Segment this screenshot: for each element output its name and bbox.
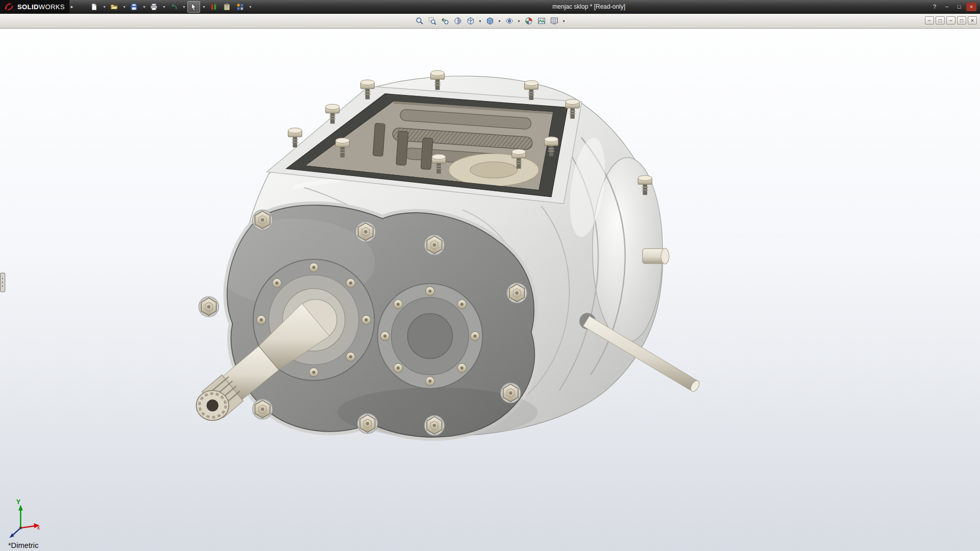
- hide-show-items-button[interactable]: [503, 15, 516, 27]
- display-style-button[interactable]: [484, 15, 496, 27]
- help-button[interactable]: ?: [929, 3, 940, 11]
- orientation-triad: Y x: [9, 498, 40, 538]
- selection-filter-button[interactable]: [207, 1, 220, 13]
- save-dropdown[interactable]: ▾: [141, 1, 147, 13]
- gearbox-model[interactable]: [196, 70, 701, 437]
- close-button[interactable]: ×: [966, 3, 976, 11]
- minimize-button[interactable]: −: [942, 3, 952, 11]
- doc-close-button[interactable]: ×: [968, 16, 977, 24]
- new-document-button[interactable]: [88, 1, 101, 13]
- frame-minimize-button[interactable]: −: [925, 16, 934, 24]
- print-button[interactable]: [148, 1, 160, 13]
- doc-minimize-button[interactable]: −: [946, 16, 955, 24]
- view-orientation-button[interactable]: [464, 15, 477, 27]
- brand-light: WORKS: [39, 3, 65, 11]
- open-dropdown[interactable]: ▾: [121, 1, 127, 13]
- options-button[interactable]: [234, 1, 247, 13]
- options-dropdown[interactable]: ▾: [247, 1, 253, 13]
- apply-scene-button[interactable]: [535, 15, 548, 27]
- undo-button[interactable]: [167, 1, 180, 13]
- menu-flyout-arrow[interactable]: ▸: [71, 4, 74, 9]
- view-toolbar-group: ▾▾▾▾: [413, 15, 567, 27]
- view-settings-button[interactable]: [548, 15, 560, 27]
- view-orientation-label: *Dimetric: [8, 541, 39, 549]
- graphics-area[interactable]: Y x *Dimetric: [0, 0, 980, 551]
- view-toolbar: ▾▾▾▾ −□−□×: [0, 14, 980, 29]
- document-title: menjac sklop * [Read-only]: [253, 3, 924, 10]
- axis-x-label: x: [37, 524, 40, 531]
- zoom-to-fit-button[interactable]: [413, 15, 426, 27]
- solidworks-logo: SOLIDWORKS: [0, 0, 69, 13]
- axis-y-label: Y: [16, 498, 20, 506]
- view-settings-dropdown[interactable]: ▾: [561, 15, 567, 27]
- view-orientation-dropdown[interactable]: ▾: [477, 15, 483, 27]
- titlebar[interactable]: SOLIDWORKS ▸ ▾▾▾▾▾▾▾ menjac sklop * [Rea…: [0, 0, 980, 14]
- maximize-button[interactable]: □: [954, 3, 964, 11]
- display-style-dropdown[interactable]: ▾: [497, 15, 503, 27]
- open-button[interactable]: [108, 1, 120, 13]
- window-controls: ?−□×: [924, 3, 980, 11]
- frame-restore-button[interactable]: □: [936, 16, 945, 24]
- titlebar-toolbar: ▾▾▾▾▾▾▾: [88, 1, 253, 13]
- print-dropdown[interactable]: ▾: [161, 1, 167, 13]
- document-window-controls: −□−□×: [925, 16, 977, 24]
- hide-show-items-dropdown[interactable]: ▾: [516, 15, 522, 27]
- zoom-to-area-button[interactable]: [426, 15, 438, 27]
- copy-options-button[interactable]: [220, 1, 233, 13]
- section-view-button[interactable]: [452, 15, 464, 27]
- save-button[interactable]: [128, 1, 140, 13]
- doc-restore-button[interactable]: □: [957, 16, 966, 24]
- bearing-boss-secondary[interactable]: [378, 284, 483, 389]
- brand-bold: SOLID: [17, 3, 39, 11]
- select-dropdown[interactable]: ▾: [201, 1, 207, 13]
- panel-splitter[interactable]: [1, 273, 5, 292]
- dassault-logo-icon: [4, 2, 15, 11]
- new-document-dropdown[interactable]: ▾: [101, 1, 107, 13]
- brand-text: SOLIDWORKS: [17, 3, 65, 11]
- previous-view-button[interactable]: [439, 15, 451, 27]
- undo-dropdown[interactable]: ▾: [181, 1, 187, 13]
- edit-appearance-button[interactable]: [523, 15, 535, 27]
- select-button[interactable]: [187, 1, 200, 13]
